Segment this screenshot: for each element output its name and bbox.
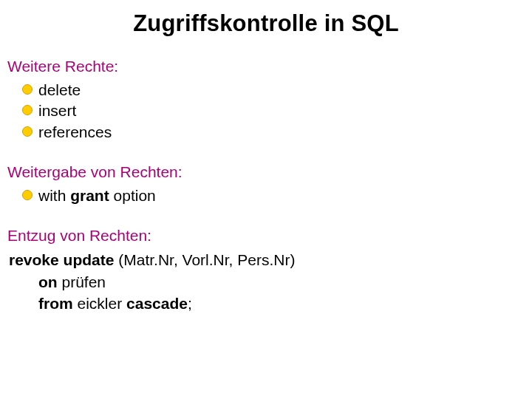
keyword-on: on [38,273,58,290]
list-item: references [38,122,525,143]
text: option [109,187,156,204]
keyword-grant: grant [70,187,109,204]
list-item: delete [38,80,525,100]
keyword-revoke-update: revoke update [9,251,114,268]
section-heading-more-rights: Weitere Rechte: [7,58,525,75]
code-line: from eickler cascade; [9,293,525,314]
text: (Matr.Nr, Vorl.Nr, Pers.Nr) [114,251,295,268]
slide: Zugriffskontrolle in SQL Weitere Rechte:… [0,0,532,399]
text: eickler [73,295,126,312]
keyword-cascade: cascade [126,295,188,312]
code-line: revoke update (Matr.Nr, Vorl.Nr, Pers.Nr… [9,249,525,270]
code-line: on prüfen [9,271,525,293]
keyword-from: from [38,295,73,312]
list-item: insert [38,100,525,121]
section-heading-revoke: Entzug von Rechten: [7,227,525,245]
bullet-list-pass-on: with grant option [7,185,525,206]
code-indent: from eickler cascade; [9,293,192,314]
list-item: with grant option [38,185,525,206]
slide-title: Zugriffskontrolle in SQL [0,0,532,37]
text: with [38,187,70,204]
bullet-list-more-rights: delete insert references [7,80,525,143]
section-heading-pass-on: Weitergabe von Rechten: [7,163,525,181]
text: ; [188,295,192,312]
slide-body: Weitere Rechte: delete insert references… [0,58,532,315]
code-indent: on prüfen [9,271,106,293]
sql-revoke-statement: revoke update (Matr.Nr, Vorl.Nr, Pers.Nr… [7,249,525,314]
text: prüfen [58,273,106,290]
